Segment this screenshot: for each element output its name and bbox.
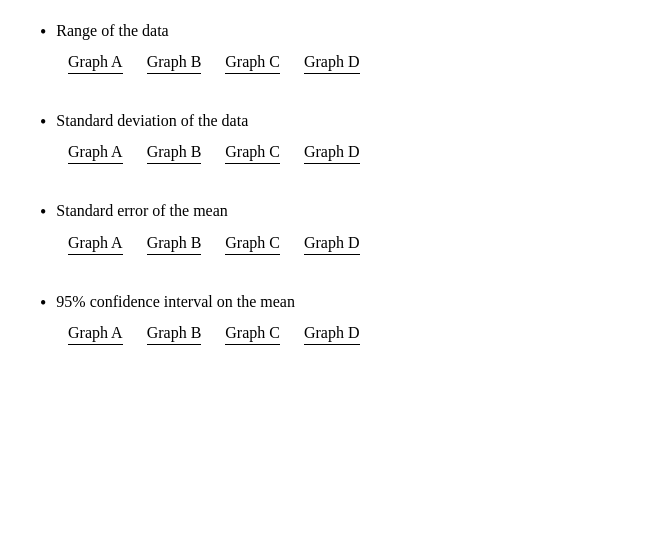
graph-option-range-0[interactable]: Graph A (68, 53, 123, 74)
question-label-std-dev: Standard deviation of the data (56, 110, 248, 132)
graph-option-range-2[interactable]: Graph C (225, 53, 280, 74)
question-label-std-error: Standard error of the mean (56, 200, 227, 222)
question-header-range: •Range of the data (40, 20, 629, 45)
question-header-confidence: •95% confidence interval on the mean (40, 291, 629, 316)
graph-option-std-dev-2[interactable]: Graph C (225, 143, 280, 164)
graph-option-std-dev-3[interactable]: Graph D (304, 143, 360, 164)
question-item-range: •Range of the dataGraph AGraph BGraph CG… (40, 20, 629, 74)
graph-options-confidence: Graph AGraph BGraph CGraph D (68, 324, 629, 345)
graph-option-confidence-3[interactable]: Graph D (304, 324, 360, 345)
bullet-std-dev: • (40, 110, 46, 135)
graph-option-range-3[interactable]: Graph D (304, 53, 360, 74)
graph-option-std-error-3[interactable]: Graph D (304, 234, 360, 255)
graph-option-std-dev-1[interactable]: Graph B (147, 143, 202, 164)
question-header-std-error: •Standard error of the mean (40, 200, 629, 225)
graph-option-confidence-0[interactable]: Graph A (68, 324, 123, 345)
question-label-confidence: 95% confidence interval on the mean (56, 291, 295, 313)
graph-option-confidence-1[interactable]: Graph B (147, 324, 202, 345)
bullet-range: • (40, 20, 46, 45)
graph-options-range: Graph AGraph BGraph CGraph D (68, 53, 629, 74)
question-list: •Range of the dataGraph AGraph BGraph CG… (40, 20, 629, 345)
bullet-confidence: • (40, 291, 46, 316)
question-item-confidence: •95% confidence interval on the meanGrap… (40, 291, 629, 345)
graph-option-std-dev-0[interactable]: Graph A (68, 143, 123, 164)
graph-option-confidence-2[interactable]: Graph C (225, 324, 280, 345)
question-item-std-dev: •Standard deviation of the dataGraph AGr… (40, 110, 629, 164)
graph-option-std-error-1[interactable]: Graph B (147, 234, 202, 255)
graph-option-std-error-0[interactable]: Graph A (68, 234, 123, 255)
graph-options-std-error: Graph AGraph BGraph CGraph D (68, 234, 629, 255)
question-header-std-dev: •Standard deviation of the data (40, 110, 629, 135)
graph-option-range-1[interactable]: Graph B (147, 53, 202, 74)
question-label-range: Range of the data (56, 20, 168, 42)
graph-option-std-error-2[interactable]: Graph C (225, 234, 280, 255)
question-item-std-error: •Standard error of the meanGraph AGraph … (40, 200, 629, 254)
graph-options-std-dev: Graph AGraph BGraph CGraph D (68, 143, 629, 164)
bullet-std-error: • (40, 200, 46, 225)
